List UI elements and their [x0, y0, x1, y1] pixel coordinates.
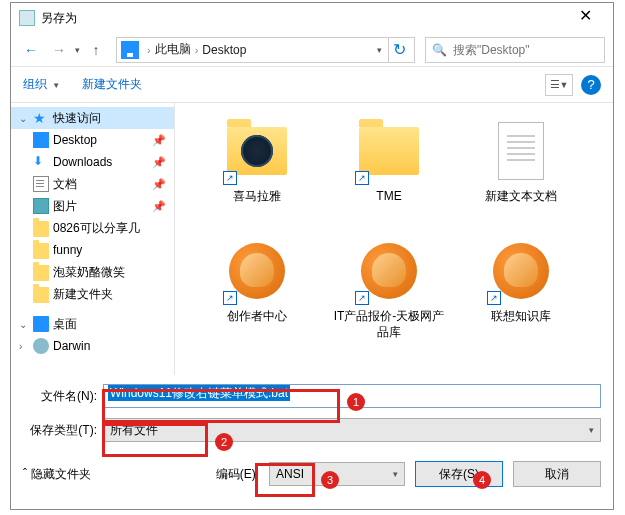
file-item[interactable]: ↗ 联想知识库 — [455, 231, 587, 351]
notepad-icon — [19, 10, 35, 26]
browser-icon — [229, 243, 285, 299]
toolbar: 组织 ▼ 新建文件夹 ☰ ▼ ? — [11, 67, 613, 103]
cancel-button[interactable]: 取消 — [513, 461, 601, 487]
sidebar-item-folder[interactable]: funny — [11, 239, 174, 261]
chevron-down-icon: ▾ — [589, 425, 594, 435]
shortcut-icon: ↗ — [223, 291, 237, 305]
sidebar: ⌄★快速访问 Desktop📌 ⬇Downloads📌 文档📌 图片📌 0826… — [11, 103, 175, 375]
nav-bar: ← → ▾ ↑ › 此电脑 › Desktop ▾ ↻ 🔍 — [11, 33, 613, 67]
address-bar[interactable]: › 此电脑 › Desktop ▾ ↻ — [116, 37, 415, 63]
drive-icon — [121, 41, 139, 59]
organize-button[interactable]: 组织 ▼ — [23, 76, 60, 93]
search-icon: 🔍 — [432, 43, 447, 57]
back-icon[interactable]: ← — [19, 38, 43, 62]
annotation-badge-1: 1 — [347, 393, 365, 411]
chevron-right-icon[interactable]: › — [195, 44, 199, 56]
up-icon[interactable]: ↑ — [84, 38, 108, 62]
annotation-badge-2: 2 — [215, 433, 233, 451]
view-mode-button[interactable]: ☰ ▼ — [545, 74, 573, 96]
chevron-up-icon: ˆ — [23, 467, 27, 481]
shortcut-icon: ↗ — [355, 171, 369, 185]
refresh-icon[interactable]: ↻ — [388, 38, 410, 62]
file-item[interactable]: ↗ TME — [323, 111, 455, 231]
file-item[interactable]: ↗ IT产品报价-天极网产品库 — [323, 231, 455, 351]
history-dropdown-icon[interactable]: ▾ — [75, 45, 80, 55]
filename-label: 文件名(N): — [23, 388, 103, 405]
search-input[interactable] — [453, 43, 603, 57]
sidebar-item-pictures[interactable]: 图片📌 — [11, 195, 174, 217]
sidebar-item-folder[interactable]: 新建文件夹 — [11, 283, 174, 305]
browser-icon — [493, 243, 549, 299]
shortcut-icon: ↗ — [223, 171, 237, 185]
hide-folders-toggle[interactable]: ˆ隐藏文件夹 — [23, 466, 91, 483]
file-item[interactable]: ↗ 喜马拉雅 — [191, 111, 323, 231]
chevron-down-icon: ▼ — [52, 81, 60, 90]
file-grid: ↗ 喜马拉雅 ↗ TME 新建文本文档 ↗ 创作者中心 ↗ IT产品报价-天极网… — [175, 103, 613, 375]
address-dropdown-icon[interactable]: ▾ — [370, 45, 388, 55]
pin-icon: 📌 — [152, 200, 166, 213]
pin-icon: 📌 — [152, 178, 166, 191]
forward-icon[interactable]: → — [47, 38, 71, 62]
sidebar-item-documents[interactable]: 文档📌 — [11, 173, 174, 195]
sidebar-item-quick-access[interactable]: ⌄★快速访问 — [11, 107, 174, 129]
save-as-dialog: 另存为 ✕ ← → ▾ ↑ › 此电脑 › Desktop ▾ ↻ 🔍 组织 ▼… — [10, 2, 614, 510]
window-title: 另存为 — [41, 10, 565, 27]
sidebar-item-desktop2[interactable]: ⌄桌面 — [11, 313, 174, 335]
shortcut-icon: ↗ — [355, 291, 369, 305]
folder-icon — [359, 127, 419, 175]
file-item[interactable]: 新建文本文档 — [455, 111, 587, 231]
file-item[interactable]: ↗ 创作者中心 — [191, 231, 323, 351]
sidebar-item-user[interactable]: ›Darwin — [11, 335, 174, 357]
chevron-right-icon[interactable]: › — [147, 44, 151, 56]
shortcut-icon: ↗ — [487, 291, 501, 305]
search-box[interactable]: 🔍 — [425, 37, 605, 63]
new-folder-button[interactable]: 新建文件夹 — [82, 76, 142, 93]
help-icon[interactable]: ? — [581, 75, 601, 95]
breadcrumb-desktop[interactable]: Desktop — [202, 43, 246, 57]
annotation-badge-3: 3 — [321, 471, 339, 489]
titlebar: 另存为 ✕ — [11, 3, 613, 33]
browser-icon — [361, 243, 417, 299]
sidebar-item-desktop[interactable]: Desktop📌 — [11, 129, 174, 151]
filetype-label: 保存类型(T): — [23, 422, 103, 439]
annotation-badge-4: 4 — [473, 471, 491, 489]
close-icon[interactable]: ✕ — [565, 4, 605, 32]
encoding-label: 编码(E): — [216, 466, 259, 483]
sidebar-item-folder[interactable]: 0826可以分享几 — [11, 217, 174, 239]
chevron-down-icon: ▾ — [393, 469, 398, 479]
document-icon — [498, 122, 544, 180]
pin-icon: 📌 — [152, 134, 166, 147]
folder-icon — [227, 127, 287, 175]
breadcrumb-pc[interactable]: 此电脑 — [155, 41, 191, 58]
pin-icon: 📌 — [152, 156, 166, 169]
sidebar-item-folder[interactable]: 泡菜奶酪微笑 — [11, 261, 174, 283]
filetype-select[interactable]: 所有文件▾ — [103, 418, 601, 442]
sidebar-item-downloads[interactable]: ⬇Downloads📌 — [11, 151, 174, 173]
